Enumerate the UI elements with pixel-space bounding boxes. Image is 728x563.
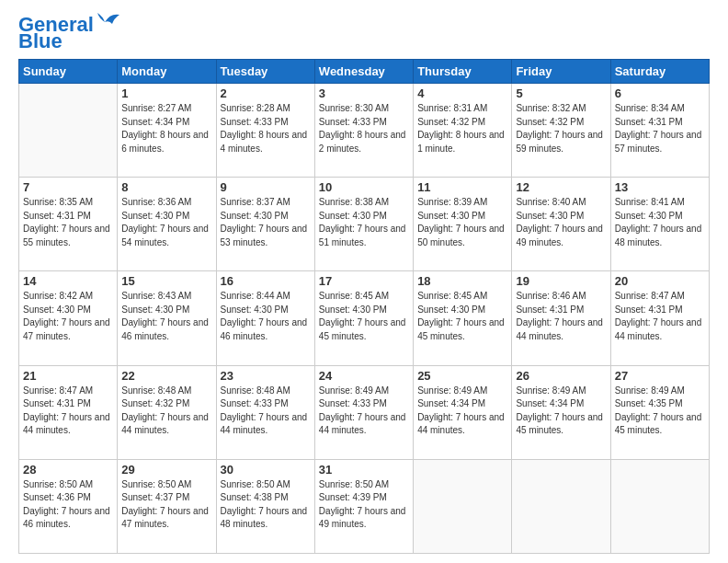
calendar-cell: 8Sunrise: 8:36 AMSunset: 4:30 PMDaylight… [118,178,216,271]
col-header-tuesday: Tuesday [216,60,314,84]
week-row-4: 28Sunrise: 8:50 AMSunset: 4:36 PMDayligh… [19,459,710,553]
day-number: 12 [516,180,606,194]
calendar-cell [19,84,118,178]
calendar-cell: 13Sunrise: 8:41 AMSunset: 4:30 PMDayligh… [610,178,709,271]
col-header-monday: Monday [118,60,216,84]
day-number: 24 [319,369,409,383]
calendar-cell: 3Sunrise: 8:30 AMSunset: 4:33 PMDaylight… [314,84,413,178]
day-number: 28 [23,463,113,477]
cell-details: Sunrise: 8:39 AMSunset: 4:30 PMDaylight:… [417,196,507,249]
week-row-3: 21Sunrise: 8:47 AMSunset: 4:31 PMDayligh… [19,365,710,459]
calendar-cell: 11Sunrise: 8:39 AMSunset: 4:30 PMDayligh… [414,178,512,271]
cell-details: Sunrise: 8:42 AMSunset: 4:30 PMDaylight:… [23,290,113,343]
day-number: 14 [23,274,113,288]
calendar-cell: 24Sunrise: 8:49 AMSunset: 4:33 PMDayligh… [314,365,413,459]
cell-details: Sunrise: 8:38 AMSunset: 4:30 PMDaylight:… [319,196,409,249]
calendar-header-row: SundayMondayTuesdayWednesdayThursdayFrid… [19,60,710,84]
cell-details: Sunrise: 8:50 AMSunset: 4:37 PMDaylight:… [121,478,211,532]
day-number: 11 [417,180,507,194]
calendar-cell: 25Sunrise: 8:49 AMSunset: 4:34 PMDayligh… [414,365,512,459]
cell-details: Sunrise: 8:48 AMSunset: 4:33 PMDaylight:… [221,385,311,438]
calendar-cell: 29Sunrise: 8:50 AMSunset: 4:37 PMDayligh… [118,459,216,553]
cell-details: Sunrise: 8:28 AMSunset: 4:33 PMDaylight:… [221,102,311,155]
calendar-cell: 6Sunrise: 8:34 AMSunset: 4:31 PMDaylight… [610,84,709,178]
day-number: 27 [615,369,705,383]
calendar-cell: 1Sunrise: 8:27 AMSunset: 4:34 PMDaylight… [118,84,216,178]
cell-details: Sunrise: 8:41 AMSunset: 4:30 PMDaylight:… [615,196,705,249]
day-number: 23 [221,369,311,383]
calendar-cell: 9Sunrise: 8:37 AMSunset: 4:30 PMDaylight… [216,178,314,271]
week-row-0: 1Sunrise: 8:27 AMSunset: 4:34 PMDaylight… [19,84,710,178]
logo-bird-icon [96,11,121,31]
calendar-cell: 23Sunrise: 8:48 AMSunset: 4:33 PMDayligh… [216,365,314,459]
day-number: 2 [221,86,311,100]
calendar-cell: 20Sunrise: 8:47 AMSunset: 4:31 PMDayligh… [610,271,709,365]
page: General Blue SundayMondayTuesdayWednesda… [0,0,728,563]
calendar-cell: 7Sunrise: 8:35 AMSunset: 4:31 PMDaylight… [19,178,118,271]
day-number: 17 [319,274,409,288]
calendar-cell: 12Sunrise: 8:40 AMSunset: 4:30 PMDayligh… [512,178,610,271]
day-number: 22 [121,369,211,383]
day-number: 20 [615,274,705,288]
day-number: 10 [319,180,409,194]
calendar-cell: 15Sunrise: 8:43 AMSunset: 4:30 PMDayligh… [118,271,216,365]
col-header-sunday: Sunday [19,60,118,84]
day-number: 13 [615,180,705,194]
day-number: 9 [221,180,311,194]
calendar-cell: 14Sunrise: 8:42 AMSunset: 4:30 PMDayligh… [19,271,118,365]
col-header-saturday: Saturday [610,60,709,84]
calendar-cell: 16Sunrise: 8:44 AMSunset: 4:30 PMDayligh… [216,271,314,365]
calendar-cell: 19Sunrise: 8:46 AMSunset: 4:31 PMDayligh… [512,271,610,365]
calendar-cell: 2Sunrise: 8:28 AMSunset: 4:33 PMDaylight… [216,84,314,178]
cell-details: Sunrise: 8:31 AMSunset: 4:32 PMDaylight:… [417,102,507,155]
cell-details: Sunrise: 8:47 AMSunset: 4:31 PMDaylight:… [615,290,705,343]
calendar-cell [512,459,610,553]
logo: General Blue [18,15,121,52]
day-number: 8 [121,180,211,194]
cell-details: Sunrise: 8:35 AMSunset: 4:31 PMDaylight:… [23,196,113,249]
day-number: 16 [221,274,311,288]
day-number: 29 [121,463,211,477]
calendar-cell [414,459,512,553]
day-number: 15 [121,274,211,288]
cell-details: Sunrise: 8:50 AMSunset: 4:36 PMDaylight:… [23,478,113,532]
calendar-table: SundayMondayTuesdayWednesdayThursdayFrid… [18,59,710,554]
calendar-cell [610,459,709,553]
calendar-cell: 18Sunrise: 8:45 AMSunset: 4:30 PMDayligh… [414,271,512,365]
day-number: 18 [417,274,507,288]
cell-details: Sunrise: 8:50 AMSunset: 4:39 PMDaylight:… [319,478,409,532]
calendar-cell: 5Sunrise: 8:32 AMSunset: 4:32 PMDaylight… [512,84,610,178]
cell-details: Sunrise: 8:32 AMSunset: 4:32 PMDaylight:… [516,102,606,155]
calendar-cell: 4Sunrise: 8:31 AMSunset: 4:32 PMDaylight… [414,84,512,178]
cell-details: Sunrise: 8:27 AMSunset: 4:34 PMDaylight:… [121,102,211,155]
calendar-cell: 21Sunrise: 8:47 AMSunset: 4:31 PMDayligh… [19,365,118,459]
cell-details: Sunrise: 8:45 AMSunset: 4:30 PMDaylight:… [417,290,507,343]
calendar-cell: 26Sunrise: 8:49 AMSunset: 4:34 PMDayligh… [512,365,610,459]
day-number: 19 [516,274,606,288]
logo-blue: Blue [18,31,63,52]
calendar-cell: 17Sunrise: 8:45 AMSunset: 4:30 PMDayligh… [314,271,413,365]
day-number: 21 [23,369,113,383]
cell-details: Sunrise: 8:43 AMSunset: 4:30 PMDaylight:… [121,290,211,343]
day-number: 1 [121,86,211,100]
day-number: 7 [23,180,113,194]
calendar-cell: 31Sunrise: 8:50 AMSunset: 4:39 PMDayligh… [314,459,413,553]
calendar-cell: 10Sunrise: 8:38 AMSunset: 4:30 PMDayligh… [314,178,413,271]
cell-details: Sunrise: 8:50 AMSunset: 4:38 PMDaylight:… [221,478,311,532]
day-number: 3 [319,86,409,100]
calendar-cell: 28Sunrise: 8:50 AMSunset: 4:36 PMDayligh… [19,459,118,553]
col-header-friday: Friday [512,60,610,84]
day-number: 25 [417,369,507,383]
calendar-cell: 27Sunrise: 8:49 AMSunset: 4:35 PMDayligh… [610,365,709,459]
week-row-1: 7Sunrise: 8:35 AMSunset: 4:31 PMDaylight… [19,178,710,271]
day-number: 4 [417,86,507,100]
cell-details: Sunrise: 8:47 AMSunset: 4:31 PMDaylight:… [23,385,113,438]
cell-details: Sunrise: 8:34 AMSunset: 4:31 PMDaylight:… [615,102,705,155]
cell-details: Sunrise: 8:48 AMSunset: 4:32 PMDaylight:… [121,385,211,438]
cell-details: Sunrise: 8:46 AMSunset: 4:31 PMDaylight:… [516,290,606,343]
cell-details: Sunrise: 8:40 AMSunset: 4:30 PMDaylight:… [516,196,606,249]
cell-details: Sunrise: 8:30 AMSunset: 4:33 PMDaylight:… [319,102,409,155]
cell-details: Sunrise: 8:49 AMSunset: 4:33 PMDaylight:… [319,385,409,438]
day-number: 26 [516,369,606,383]
day-number: 31 [319,463,409,477]
